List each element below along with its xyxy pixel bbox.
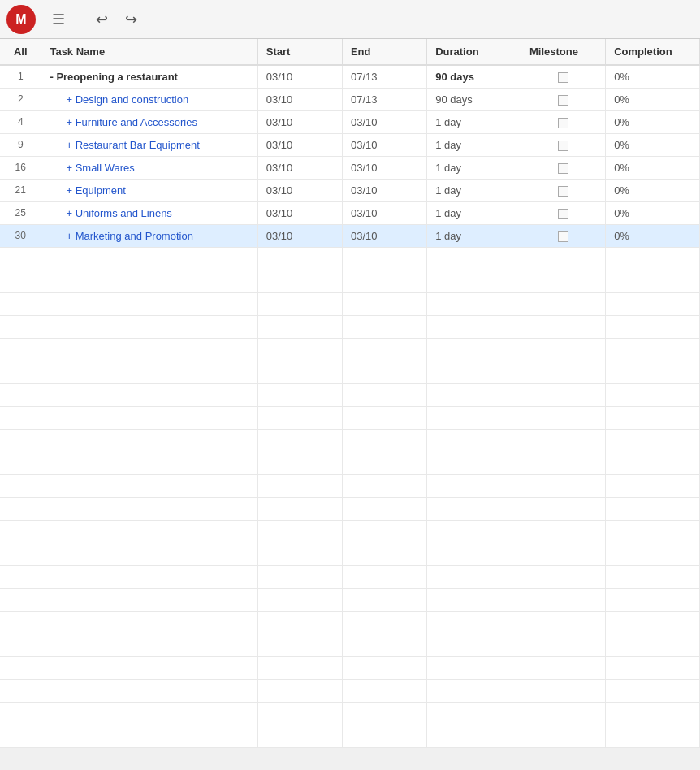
empty-cell [606,702,700,725]
empty-cell [606,725,700,747]
table-row[interactable]: 4+ Furniture and Accessories03/1003/101 … [0,110,700,133]
empty-cell [257,543,342,565]
empty-cell [257,474,342,497]
row-milestone[interactable] [521,224,605,247]
empty-cell [0,565,41,588]
milestone-checkbox[interactable] [558,209,568,219]
table-row-empty [0,565,700,588]
empty-cell [427,406,521,429]
empty-cell [427,543,521,565]
empty-cell [257,588,342,611]
empty-cell [342,702,426,725]
table-row-empty [0,474,700,497]
row-duration: 1 day [427,133,521,156]
milestone-checkbox[interactable] [558,118,568,128]
milestone-checkbox[interactable] [558,231,568,242]
row-milestone[interactable] [521,156,605,179]
row-task[interactable]: + Restaurant Bar Equipment [41,133,257,156]
empty-cell [606,656,700,679]
empty-cell [606,270,700,292]
row-milestone[interactable] [521,88,605,110]
row-milestone[interactable] [521,65,605,88]
empty-cell [521,406,605,429]
empty-cell [257,679,342,702]
table-row-empty [0,725,700,747]
empty-cell [521,429,605,452]
milestone-checkbox[interactable] [558,186,568,197]
empty-cell [0,406,41,429]
empty-cell [0,474,41,497]
row-start: 03/10 [257,201,342,224]
table-row[interactable]: 30+ Marketing and Promotion03/1003/101 d… [0,224,700,247]
milestone-checkbox[interactable] [558,141,568,151]
row-start: 03/10 [257,156,342,179]
empty-cell [606,429,700,452]
milestone-checkbox[interactable] [558,163,568,174]
table-row[interactable]: 16+ Small Wares03/1003/101 day0% [0,156,700,179]
empty-cell [342,543,426,565]
row-task[interactable]: + Marketing and Promotion [41,224,257,247]
redo-button[interactable]: ↪ [118,6,144,32]
empty-cell [0,383,41,406]
row-duration: 1 day [427,179,521,201]
row-start: 03/10 [257,88,342,110]
empty-cell [342,338,426,361]
row-start: 03/10 [257,110,342,133]
milestone-checkbox[interactable] [558,95,568,106]
empty-cell [521,474,605,497]
empty-cell [41,383,257,406]
empty-cell [606,679,700,702]
table-row[interactable]: 25+ Uniforms and Linens03/1003/101 day0% [0,201,700,224]
empty-cell [41,270,257,292]
empty-cell [606,292,700,315]
empty-cell [606,338,700,361]
empty-cell [257,315,342,338]
empty-cell [521,634,605,656]
table-row[interactable]: 9+ Restaurant Bar Equipment03/1003/101 d… [0,133,700,156]
header-num: All [0,39,41,65]
table-row[interactable]: 21+ Equipment03/1003/101 day0% [0,179,700,201]
empty-cell [342,429,426,452]
empty-cell [521,611,605,634]
row-duration: 90 days [427,88,521,110]
empty-cell [427,452,521,474]
empty-cell [257,725,342,747]
empty-cell [41,292,257,315]
table-row[interactable]: 1- Preopening a restaurant03/1007/1390 d… [0,65,700,88]
row-end: 07/13 [342,88,426,110]
empty-cell [427,383,521,406]
empty-cell [427,497,521,520]
empty-cell [41,588,257,611]
table-header-row: All Task Name Start End Duration Milesto… [0,39,700,65]
table-row-empty [0,702,700,725]
row-task[interactable]: + Small Wares [41,156,257,179]
milestone-checkbox[interactable] [558,72,568,83]
empty-cell [427,702,521,725]
undo-button[interactable]: ↩ [89,6,115,32]
row-task[interactable]: + Equipment [41,179,257,201]
empty-cell [0,452,41,474]
empty-cell [342,247,426,270]
table-row-empty [0,520,700,543]
row-task[interactable]: + Uniforms and Linens [41,201,257,224]
empty-cell [41,338,257,361]
empty-cell [606,588,700,611]
row-milestone[interactable] [521,110,605,133]
table-row[interactable]: 2+ Design and construction03/1007/1390 d… [0,88,700,110]
row-task[interactable]: - Preopening a restaurant [41,65,257,88]
row-task[interactable]: + Furniture and Accessories [41,110,257,133]
menu-button[interactable]: ☰ [45,6,71,32]
row-duration: 1 day [427,224,521,247]
header-duration: Duration [427,39,521,65]
row-start: 03/10 [257,179,342,201]
row-milestone[interactable] [521,133,605,156]
table-row-empty [0,338,700,361]
row-task[interactable]: + Design and construction [41,88,257,110]
empty-cell [41,406,257,429]
row-milestone[interactable] [521,179,605,201]
empty-cell [342,406,426,429]
row-end: 03/10 [342,133,426,156]
empty-cell [342,656,426,679]
row-milestone[interactable] [521,201,605,224]
empty-cell [0,725,41,747]
